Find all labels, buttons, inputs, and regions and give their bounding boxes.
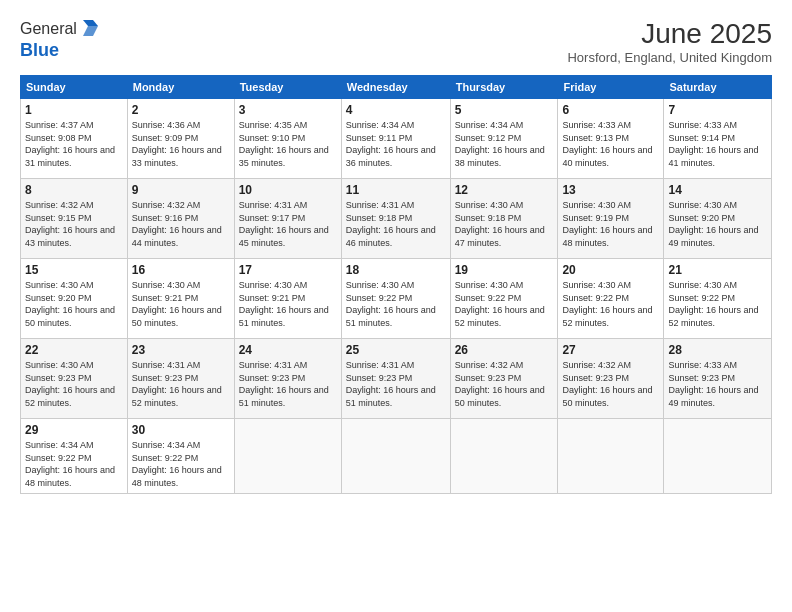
calendar-cell: 25Sunrise: 4:31 AMSunset: 9:23 PMDayligh… [341,339,450,419]
day-number: 12 [455,183,554,197]
day-info: Sunrise: 4:30 AMSunset: 9:22 PMDaylight:… [455,279,554,329]
calendar-week-4: 22Sunrise: 4:30 AMSunset: 9:23 PMDayligh… [21,339,772,419]
day-number: 8 [25,183,123,197]
day-info: Sunrise: 4:31 AMSunset: 9:17 PMDaylight:… [239,199,337,249]
day-number: 16 [132,263,230,277]
calendar-cell [234,419,341,494]
month-year: June 2025 [567,18,772,50]
calendar-cell: 30Sunrise: 4:34 AMSunset: 9:22 PMDayligh… [127,419,234,494]
day-info: Sunrise: 4:32 AMSunset: 9:23 PMDaylight:… [455,359,554,409]
day-number: 23 [132,343,230,357]
day-number: 29 [25,423,123,437]
day-number: 11 [346,183,446,197]
day-info: Sunrise: 4:32 AMSunset: 9:16 PMDaylight:… [132,199,230,249]
page: General Blue June 2025 Horsford, England… [0,0,792,612]
col-monday: Monday [127,76,234,99]
col-friday: Friday [558,76,664,99]
day-info: Sunrise: 4:30 AMSunset: 9:22 PMDaylight:… [562,279,659,329]
day-info: Sunrise: 4:33 AMSunset: 9:14 PMDaylight:… [668,119,767,169]
calendar-cell: 21Sunrise: 4:30 AMSunset: 9:22 PMDayligh… [664,259,772,339]
day-number: 14 [668,183,767,197]
col-wednesday: Wednesday [341,76,450,99]
logo-blue: Blue [20,40,59,61]
calendar-cell [450,419,558,494]
calendar-cell: 7Sunrise: 4:33 AMSunset: 9:14 PMDaylight… [664,99,772,179]
day-number: 3 [239,103,337,117]
calendar-cell [341,419,450,494]
calendar-cell: 1Sunrise: 4:37 AMSunset: 9:08 PMDaylight… [21,99,128,179]
day-info: Sunrise: 4:30 AMSunset: 9:19 PMDaylight:… [562,199,659,249]
col-thursday: Thursday [450,76,558,99]
calendar-cell: 5Sunrise: 4:34 AMSunset: 9:12 PMDaylight… [450,99,558,179]
day-info: Sunrise: 4:31 AMSunset: 9:23 PMDaylight:… [239,359,337,409]
col-sunday: Sunday [21,76,128,99]
calendar-cell: 2Sunrise: 4:36 AMSunset: 9:09 PMDaylight… [127,99,234,179]
day-info: Sunrise: 4:34 AMSunset: 9:11 PMDaylight:… [346,119,446,169]
calendar-cell: 9Sunrise: 4:32 AMSunset: 9:16 PMDaylight… [127,179,234,259]
day-number: 7 [668,103,767,117]
logo-icon [79,18,101,40]
col-tuesday: Tuesday [234,76,341,99]
day-info: Sunrise: 4:30 AMSunset: 9:23 PMDaylight:… [25,359,123,409]
day-number: 26 [455,343,554,357]
calendar-cell: 11Sunrise: 4:31 AMSunset: 9:18 PMDayligh… [341,179,450,259]
calendar-cell: 28Sunrise: 4:33 AMSunset: 9:23 PMDayligh… [664,339,772,419]
day-info: Sunrise: 4:33 AMSunset: 9:13 PMDaylight:… [562,119,659,169]
day-info: Sunrise: 4:30 AMSunset: 9:22 PMDaylight:… [346,279,446,329]
day-info: Sunrise: 4:30 AMSunset: 9:21 PMDaylight:… [132,279,230,329]
calendar-cell: 19Sunrise: 4:30 AMSunset: 9:22 PMDayligh… [450,259,558,339]
calendar-cell: 15Sunrise: 4:30 AMSunset: 9:20 PMDayligh… [21,259,128,339]
header: General Blue June 2025 Horsford, England… [20,18,772,65]
day-info: Sunrise: 4:32 AMSunset: 9:15 PMDaylight:… [25,199,123,249]
calendar-cell: 4Sunrise: 4:34 AMSunset: 9:11 PMDaylight… [341,99,450,179]
calendar-cell: 26Sunrise: 4:32 AMSunset: 9:23 PMDayligh… [450,339,558,419]
logo-general: General [20,20,77,38]
day-info: Sunrise: 4:30 AMSunset: 9:20 PMDaylight:… [668,199,767,249]
day-number: 20 [562,263,659,277]
day-number: 9 [132,183,230,197]
calendar-cell [558,419,664,494]
calendar-cell: 24Sunrise: 4:31 AMSunset: 9:23 PMDayligh… [234,339,341,419]
day-info: Sunrise: 4:31 AMSunset: 9:23 PMDaylight:… [132,359,230,409]
day-info: Sunrise: 4:30 AMSunset: 9:20 PMDaylight:… [25,279,123,329]
day-info: Sunrise: 4:33 AMSunset: 9:23 PMDaylight:… [668,359,767,409]
day-number: 25 [346,343,446,357]
day-number: 5 [455,103,554,117]
day-number: 17 [239,263,337,277]
day-number: 1 [25,103,123,117]
day-number: 28 [668,343,767,357]
svg-marker-1 [83,20,98,26]
day-info: Sunrise: 4:30 AMSunset: 9:22 PMDaylight:… [668,279,767,329]
calendar-cell: 17Sunrise: 4:30 AMSunset: 9:21 PMDayligh… [234,259,341,339]
calendar-week-2: 8Sunrise: 4:32 AMSunset: 9:15 PMDaylight… [21,179,772,259]
day-number: 24 [239,343,337,357]
day-number: 6 [562,103,659,117]
day-number: 13 [562,183,659,197]
calendar-header-row: Sunday Monday Tuesday Wednesday Thursday… [21,76,772,99]
svg-marker-0 [83,26,98,36]
calendar-cell: 29Sunrise: 4:34 AMSunset: 9:22 PMDayligh… [21,419,128,494]
calendar-cell: 18Sunrise: 4:30 AMSunset: 9:22 PMDayligh… [341,259,450,339]
day-info: Sunrise: 4:35 AMSunset: 9:10 PMDaylight:… [239,119,337,169]
day-info: Sunrise: 4:32 AMSunset: 9:23 PMDaylight:… [562,359,659,409]
day-number: 30 [132,423,230,437]
calendar-cell [664,419,772,494]
calendar-cell: 27Sunrise: 4:32 AMSunset: 9:23 PMDayligh… [558,339,664,419]
calendar-week-1: 1Sunrise: 4:37 AMSunset: 9:08 PMDaylight… [21,99,772,179]
day-number: 21 [668,263,767,277]
day-info: Sunrise: 4:30 AMSunset: 9:18 PMDaylight:… [455,199,554,249]
calendar-cell: 8Sunrise: 4:32 AMSunset: 9:15 PMDaylight… [21,179,128,259]
calendar-cell: 3Sunrise: 4:35 AMSunset: 9:10 PMDaylight… [234,99,341,179]
day-number: 27 [562,343,659,357]
calendar-cell: 16Sunrise: 4:30 AMSunset: 9:21 PMDayligh… [127,259,234,339]
day-info: Sunrise: 4:34 AMSunset: 9:22 PMDaylight:… [132,439,230,489]
calendar-cell: 23Sunrise: 4:31 AMSunset: 9:23 PMDayligh… [127,339,234,419]
calendar-cell: 12Sunrise: 4:30 AMSunset: 9:18 PMDayligh… [450,179,558,259]
location: Horsford, England, United Kingdom [567,50,772,65]
calendar-cell: 6Sunrise: 4:33 AMSunset: 9:13 PMDaylight… [558,99,664,179]
logo: General Blue [20,18,101,61]
calendar-cell: 10Sunrise: 4:31 AMSunset: 9:17 PMDayligh… [234,179,341,259]
day-number: 18 [346,263,446,277]
day-number: 4 [346,103,446,117]
day-number: 15 [25,263,123,277]
